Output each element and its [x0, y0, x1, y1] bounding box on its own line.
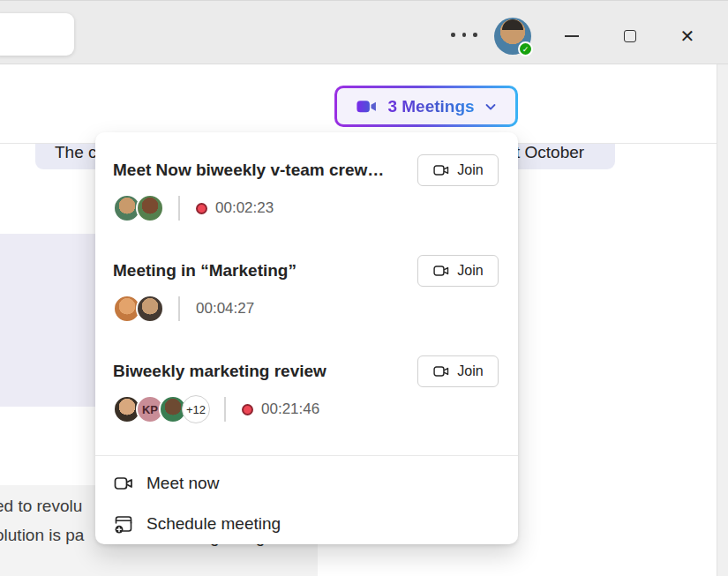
- chevron-down-icon: [484, 100, 498, 114]
- meeting-title: Meeting in “Marketing”: [113, 261, 296, 281]
- close-button[interactable]: ✕: [672, 22, 702, 50]
- recording-icon: [242, 404, 253, 415]
- sub-separator: [178, 296, 180, 321]
- status-available-icon: ✓: [518, 41, 533, 56]
- join-label: Join: [457, 162, 483, 178]
- sub-separator: [178, 196, 180, 221]
- meetings-list: Meet Now biweekly v-team crew… Join 00:0…: [95, 153, 518, 423]
- user-avatar[interactable]: ✓: [494, 18, 531, 55]
- join-button[interactable]: Join: [417, 355, 499, 387]
- action-meet-now[interactable]: Meet now: [95, 463, 518, 504]
- maximize-button[interactable]: [615, 22, 645, 50]
- titlebar: ✓ ✕: [0, 0, 728, 64]
- join-label: Join: [457, 363, 483, 379]
- meeting-duration: 00:21:46: [261, 400, 319, 418]
- avatar-hair: [502, 19, 523, 30]
- titlebar-more-icon[interactable]: [451, 33, 477, 37]
- recording-icon: [196, 203, 207, 214]
- video-camera-icon: [432, 262, 450, 280]
- meetings-count-label: 3 Meetings: [387, 97, 474, 116]
- meetings-dropdown-button[interactable]: 3 Meetings: [334, 86, 518, 127]
- doc-text-right: t October: [515, 143, 584, 162]
- video-camera-icon: [432, 161, 450, 179]
- window-tab-stub[interactable]: [0, 13, 74, 56]
- meeting-duration: 00:04:27: [196, 300, 254, 318]
- participant-overflow-badge: +12: [182, 395, 210, 423]
- action-label: Meet now: [146, 474, 219, 493]
- calendar-add-icon: [113, 513, 134, 535]
- video-camera-icon: [113, 473, 134, 494]
- minimize-button[interactable]: [557, 22, 587, 50]
- panel-actions: Meet now Schedule meeting: [95, 456, 518, 544]
- meetings-dropdown-panel: Meet Now biweekly v-team crew… Join 00:0…: [95, 132, 518, 544]
- meeting-duration: 00:02:23: [215, 199, 274, 217]
- action-schedule-meeting[interactable]: Schedule meeting: [95, 504, 518, 544]
- participant-avatar: [136, 194, 164, 222]
- meeting-title: Meet Now biweekly v-team crew…: [113, 161, 384, 180]
- join-label: Join: [457, 263, 483, 279]
- video-camera-icon: [432, 363, 450, 380]
- meeting-row: Biweekly marketing review Join KP+12 00:…: [95, 355, 518, 423]
- doc-bottom-text: ed to revolu olution is pa: [0, 491, 84, 550]
- participant-avatar: [136, 295, 164, 323]
- action-label: Schedule meeting: [146, 514, 281, 534]
- meeting-row: Meet Now biweekly v-team crew… Join 00:0…: [95, 153, 518, 222]
- meeting-title: Biweekly marketing review: [113, 362, 326, 381]
- join-button[interactable]: Join: [417, 154, 499, 186]
- join-button[interactable]: Join: [417, 255, 499, 287]
- sub-separator: [224, 397, 226, 422]
- window-edge-strip[interactable]: [717, 0, 728, 576]
- doc-text-left: The c: [55, 143, 97, 162]
- video-camera-filled-icon: [355, 94, 379, 118]
- teams-window: The c t October ed to revolu olution is …: [0, 0, 728, 576]
- meeting-row: Meeting in “Marketing” Join 00:04:27: [95, 254, 518, 323]
